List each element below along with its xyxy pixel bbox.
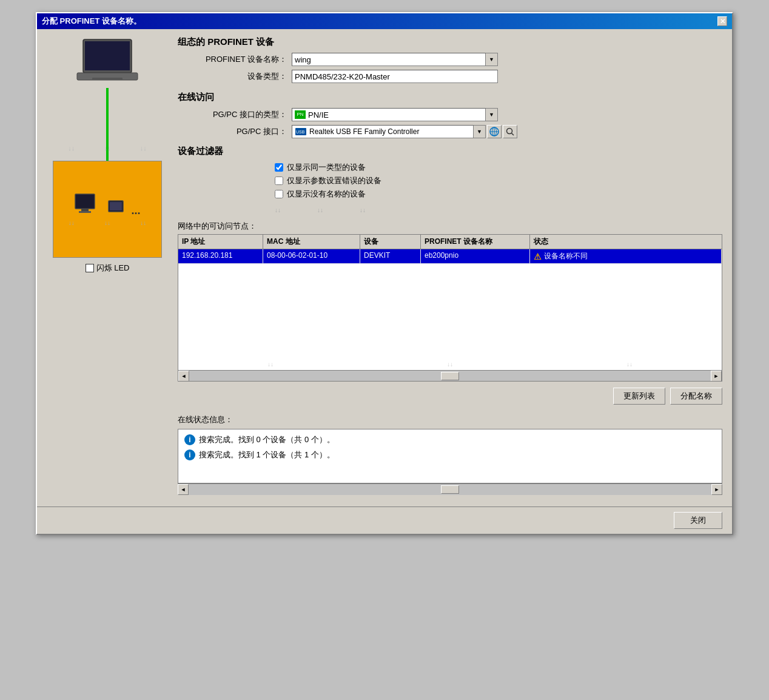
pg-pc-type-value: PN/IE [308, 110, 329, 119]
flash-led-label: 闪烁 LED [96, 263, 130, 274]
filter1-label: 仅显示同一类型的设备 [287, 162, 366, 173]
scroll-thumb[interactable] [441, 372, 459, 380]
table-row[interactable]: 192.168.20.181 08-00-06-02-01-10 DEVKIT … [178, 249, 722, 264]
flash-led-checkbox[interactable] [86, 264, 94, 272]
info-icon-1: i [184, 434, 195, 445]
status-item-2: i 搜索完成。找到 1 个设备（共 1 个）。 [182, 448, 718, 462]
close-icon[interactable]: ✕ [717, 16, 727, 26]
status-text: 设备名称不同 [544, 251, 588, 261]
svg-point-15 [507, 129, 512, 134]
globe-icon [489, 127, 499, 136]
search-button[interactable] [503, 125, 517, 138]
svg-rect-6 [79, 211, 91, 213]
status-scroll-right[interactable]: ► [711, 484, 722, 495]
bottom-bar: 关闭 [37, 506, 732, 534]
magnifier-icon [506, 127, 514, 136]
cell-profinet-name: eb200pnio [421, 249, 530, 263]
network-devices-icon: ... [74, 193, 140, 217]
globe-button[interactable] [487, 125, 502, 138]
title-bar: 分配 PROFINET 设备名称。 ✕ [37, 13, 732, 29]
svg-line-16 [512, 133, 514, 136]
filter2-checkbox[interactable] [275, 177, 283, 185]
filter3-checkbox[interactable] [275, 190, 283, 198]
device-name-input[interactable] [292, 53, 486, 66]
cell-status: ⚠ 设备名称不同 [530, 249, 722, 263]
pg-pc-port-input[interactable]: USB Realtek USB FE Family Controller [292, 125, 474, 138]
status-item-1: i 搜索完成。找到 0 个设备（共 0 个）。 [182, 433, 718, 446]
svg-text:USB: USB [296, 130, 305, 134]
update-list-button[interactable]: 更新列表 [613, 388, 665, 405]
svg-rect-1 [85, 41, 130, 70]
col-status: 状态 [530, 235, 722, 249]
filter-row-3: 仅显示没有名称的设备 [275, 189, 722, 200]
filter1-checkbox[interactable] [275, 163, 283, 172]
status-scroll-thumb[interactable] [441, 485, 459, 494]
dialog-title: 分配 PROFINET 设备名称。 [42, 16, 141, 27]
laptop-icon [74, 36, 141, 88]
ghost-arrows-top: ↓↓↓↓↓↓ [53, 144, 161, 152]
device-type-input [292, 70, 498, 83]
info-icon-2: i [184, 449, 195, 460]
device-name-dropdown-arrow[interactable]: ▼ [486, 53, 498, 66]
online-section-title: 在线访问 [178, 92, 722, 103]
table-header: IP 地址 MAC 地址 设备 PROFINET 设备名称 状态 [178, 235, 722, 249]
status-text-2: 搜索完成。找到 1 个设备（共 1 个）。 [199, 449, 335, 460]
svg-rect-3 [92, 78, 123, 80]
filter2-label: 仅显示参数设置错误的设备 [287, 175, 381, 186]
usb-icon: USB [295, 127, 307, 136]
pg-pc-port-value: Realtek USB FE Family Controller [309, 127, 419, 136]
col-ip: IP 地址 [178, 235, 263, 249]
col-device: 设备 [360, 235, 421, 249]
filter3-label: 仅显示没有名称的设备 [287, 189, 366, 200]
close-dialog-button[interactable]: 关闭 [674, 512, 722, 529]
nodes-section: 网络中的可访问节点： IP 地址 MAC 地址 设备 PROFINET 设备名称… [178, 221, 722, 405]
table-ghost-arrows: ↓↓↓↓↓↓ [178, 358, 722, 370]
cell-ip: 192.168.20.181 [178, 249, 263, 263]
filter-row-2: 仅显示参数设置错误的设备 [275, 175, 722, 186]
assign-name-button[interactable]: 分配名称 [670, 388, 722, 405]
scroll-track [189, 371, 711, 382]
status-scroll-track [189, 484, 711, 495]
pg-pc-port-label: PG/PC 接口： [178, 126, 287, 137]
status-section: 在线状态信息： i 搜索完成。找到 0 个设备（共 0 个）。 i 搜索完成。找… [178, 414, 722, 494]
monitor-icon [74, 193, 104, 217]
scroll-left-button[interactable]: ◄ [178, 371, 189, 382]
action-buttons: 更新列表 分配名称 [178, 388, 722, 405]
status-scroll-left[interactable]: ◄ [178, 484, 189, 495]
flash-led-row: 闪烁 LED [86, 263, 130, 274]
device-name-label: PROFINET 设备名称： [178, 54, 287, 65]
filter-row-1: 仅显示同一类型的设备 [275, 162, 722, 173]
horizontal-scrollbar[interactable]: ◄ ► [178, 370, 722, 381]
svg-rect-8 [110, 202, 122, 210]
device-type-row: 设备类型： [178, 70, 722, 83]
filter-section: 设备过滤器 仅显示同一类型的设备 仅显示参数设置错误的设备 仅显示没有名称的设备 [178, 146, 722, 200]
device-type-label: 设备类型： [178, 71, 287, 82]
network-device-box: ↓↓↓↓↓↓ ... [53, 161, 162, 258]
pg-pc-type-dropdown-arrow[interactable]: ▼ [486, 108, 498, 121]
ghost-arrows-row: ↓↓↓↓↓↓ [275, 207, 722, 214]
pg-pc-port-dropdown-arrow[interactable]: ▼ [474, 125, 486, 138]
status-text-1: 搜索完成。找到 0 个设备（共 0 个）。 [199, 434, 335, 445]
pg-pc-type-input[interactable]: PN PN/IE [292, 108, 486, 121]
status-list: i 搜索完成。找到 0 个设备（共 0 个）。 i 搜索完成。找到 1 个设备（… [178, 429, 722, 483]
ghost-arrows-inside: ↓↓↓↓↓↓ [53, 220, 161, 226]
cell-mac: 08-00-06-02-01-10 [263, 249, 360, 263]
status-section-title: 在线状态信息： [178, 414, 722, 425]
pnie-icon: PN [295, 110, 306, 119]
col-mac: MAC 地址 [263, 235, 360, 249]
dots-icon: ... [131, 204, 140, 217]
pg-pc-port-row: PG/PC 接口： USB Realtek USB FE Family Cont… [178, 125, 722, 138]
col-profinet: PROFINET 设备名称 [421, 235, 530, 249]
scroll-right-button[interactable]: ► [711, 371, 722, 382]
svg-rect-5 [81, 209, 89, 211]
cell-device: DEVKIT [360, 249, 421, 263]
profinet-section-title: 组态的 PROFINET 设备 [178, 36, 722, 48]
filter-section-title: 设备过滤器 [178, 146, 722, 157]
device-name-row: PROFINET 设备名称： ▼ [178, 53, 722, 66]
small-device-icon [108, 200, 127, 217]
warning-icon: ⚠ [534, 252, 542, 261]
status-scrollbar[interactable]: ◄ ► [178, 483, 722, 494]
pg-pc-type-row: PG/PC 接口的类型： PN PN/IE ▼ [178, 108, 722, 121]
nodes-table: IP 地址 MAC 地址 设备 PROFINET 设备名称 状态 192.168… [178, 234, 722, 382]
nodes-label: 网络中的可访问节点： [178, 221, 722, 232]
